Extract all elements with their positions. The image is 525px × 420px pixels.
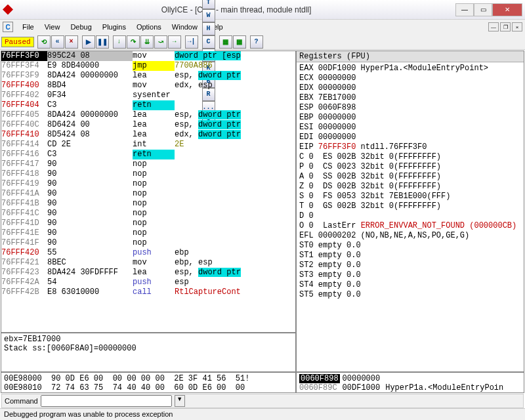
mdi-close[interactable]: × (512, 22, 522, 32)
close-button[interactable]: ✕ (492, 3, 522, 16)
disasm-row[interactable]: 76FFF3F0895C24 08movdword ptr [esp (1, 51, 295, 61)
register-line: EIP 76FFF3F0 ntdll.76FFF3F0 (299, 142, 521, 152)
mdi-cpu-icon[interactable]: C (3, 22, 13, 32)
disasm-row[interactable]: 76FFF4020F34sysenter (1, 91, 295, 100)
disasm-row[interactable]: 76FFF414CD 2Eint2E (1, 140, 295, 150)
disasm-row[interactable]: 76FFF41E90nop (1, 228, 295, 238)
mdi-restore[interactable]: ❐ (500, 22, 511, 32)
stack-pane[interactable]: 0060F8980060F89C0060F8A00060F8A400000000… (297, 373, 524, 392)
register-line: EDI 00000000 (299, 133, 521, 142)
registers-pane[interactable]: Registers (FPU) EAX 00DF1000 HyperP1a.<M… (297, 51, 524, 373)
toolbar-t-button[interactable]: T (202, 0, 215, 9)
step-into-button[interactable]: ↓ (113, 35, 126, 49)
disasm-row[interactable]: 76FFF3F98DA424 00000000leaesp, dword ptr (1, 71, 295, 81)
registers-header: Registers (FPU) (297, 51, 524, 62)
rewind-button[interactable]: « (51, 35, 64, 49)
register-line: ST4 empty 0.0 (299, 280, 521, 290)
menu-plugins[interactable]: Plugins (97, 22, 131, 32)
command-dropdown[interactable]: ▼ (175, 395, 185, 407)
dump-row[interactable]: 00E98000 90 0D E6 00 00 00 00 00 2E 3F 4… (4, 374, 295, 383)
register-line: EBP 00000000 (299, 113, 521, 123)
disasm-row[interactable]: 76FFF40C8D6424 00leaesp, dword ptr (1, 120, 295, 130)
execute-till-button[interactable]: → (168, 35, 181, 49)
minimize-button[interactable]: — (455, 3, 474, 16)
menu-view[interactable]: View (39, 22, 66, 32)
step-over-button[interactable]: ↷ (127, 35, 140, 49)
toolbar-c-button[interactable]: C (202, 35, 215, 49)
info-line-2: Stack ss:[0060F8A0]=00000000 (4, 344, 293, 353)
register-line: EAX 00DF1000 HyperP1a.<ModuleEntryPoint> (299, 64, 521, 74)
disasm-row[interactable]: 76FFF41F90nop (1, 238, 295, 248)
stack-comment (385, 374, 503, 383)
register-line: P 0 CS 0023 32bit 0(FFFFFFFF) (299, 162, 521, 172)
register-line: ESI 00000000 (299, 123, 521, 133)
disasm-row[interactable]: 76FFF4058DA424 00000000leaesp, dword ptr (1, 110, 295, 120)
disasm-row[interactable]: 76FFF4218BECmovebp, esp (1, 258, 295, 268)
maximize-button[interactable]: ▭ (474, 3, 492, 16)
register-line: A 0 SS 002B 32bit 0(FFFFFFFF) (299, 172, 521, 182)
mdi-minimize[interactable]: — (488, 22, 499, 32)
disasm-row[interactable]: 76FFF41C90nop (1, 209, 295, 219)
toolbar-h-button[interactable]: H (202, 22, 215, 35)
pause-button[interactable]: ❚❚ (96, 35, 109, 49)
disasm-row[interactable]: 76FFF4238DA424 30FDFFFFleaesp, dword ptr (1, 268, 295, 278)
mdi-buttons: — ❐ × (488, 22, 522, 32)
restart-button[interactable]: ⟲ (37, 35, 51, 49)
register-line: ST0 empty 0.0 (299, 241, 521, 251)
disasm-row[interactable]: 76FFF41B90nop (1, 199, 295, 209)
toolbar-w-button[interactable]: W (202, 9, 215, 22)
command-bar: Command ▼ (1, 394, 524, 408)
stack-addr[interactable]: 0060F89C (299, 383, 340, 392)
menu-debug[interactable]: Debug (65, 22, 96, 32)
register-line: EDX 00000000 (299, 83, 521, 93)
command-label: Command (5, 397, 38, 405)
register-line: EFL 00000202 (NO,NB,NE,A,NS,PO,GE,G) (299, 231, 521, 241)
cpu-workspace: 76FFF3F0895C24 08movdword ptr [esp76FFF3… (1, 51, 524, 393)
command-input[interactable] (41, 395, 172, 407)
register-line: ESP 0060F898 (299, 103, 521, 113)
disasm-row[interactable]: 76FFF41D90nop (1, 219, 295, 228)
options-2-button[interactable]: ▦ (233, 35, 246, 49)
disasm-row[interactable]: 76FFF404C3retn (1, 100, 295, 110)
trace-into-button[interactable]: ⇊ (140, 35, 154, 49)
register-line: T 0 GS 002B 32bit 0(FFFFFFFF) (299, 201, 521, 211)
disasm-row[interactable]: 76FFF4008BD4movedx, esp (1, 81, 295, 91)
help-button[interactable]: ? (250, 35, 263, 49)
disasm-row[interactable]: 76FFF41790nop (1, 159, 295, 169)
disasm-row[interactable]: 76FFF3F4E9 8DB40000jmp7700A886 (1, 61, 295, 71)
disasm-row[interactable]: 76FFF42BE8 63010000callRtlCaptureCont (1, 287, 295, 297)
status-paused: Paused (1, 37, 34, 47)
disasm-row[interactable]: 76FFF41990nop (1, 179, 295, 189)
disasm-row[interactable]: 76FFF41A90nop (1, 189, 295, 199)
menu-window[interactable]: Window (167, 22, 203, 32)
disasm-row[interactable]: 76FFF41890nop (1, 169, 295, 179)
register-line: ST5 empty 0.0 (299, 290, 521, 300)
stack-addr[interactable]: 0060F898 (299, 374, 340, 383)
trace-over-button[interactable]: ⤻ (154, 35, 167, 49)
goto-button[interactable]: →| (185, 35, 198, 49)
status-bar: Debugged program was unable to process e… (0, 408, 525, 420)
register-line: ECX 00000000 (299, 74, 521, 83)
disasm-row[interactable]: 76FFF42A54pushesp (1, 278, 295, 287)
menu-file[interactable]: File (17, 22, 39, 32)
stop-button[interactable]: × (65, 35, 78, 49)
run-button[interactable]: ▶ (82, 35, 95, 49)
stack-comment: HyperP1a.<ModuleEntryPoin (385, 383, 503, 392)
register-line: EBX 7EB17000 (299, 93, 521, 103)
register-line: ST3 empty 0.0 (299, 270, 521, 280)
disasm-row[interactable]: 76FFF4108D5424 08leaedx, dword ptr (1, 130, 295, 140)
disasm-row[interactable]: 76FFF42055pushebp (1, 248, 295, 258)
window-buttons: — ▭ ✕ (455, 3, 522, 16)
menu-options[interactable]: Options (131, 22, 167, 32)
register-line: ST2 empty 0.0 (299, 261, 521, 270)
stack-value: 00000000 (343, 374, 381, 383)
dump-row[interactable]: 00E98010 72 74 63 75 74 40 40 00 60 0D E… (4, 383, 295, 392)
disasm-row[interactable]: 76FFF416C3retn (1, 150, 295, 159)
hex-dump-pane[interactable]: 00E98000 90 0D E6 00 00 00 00 00 2E 3F 4… (1, 373, 297, 392)
info-line-1: ebx=7EB17000 (4, 335, 293, 344)
options-1-button[interactable]: ▦ (219, 35, 232, 49)
menu-bar: C FileViewDebugPluginsOptionsWindowHelp … (0, 20, 525, 34)
app-icon (3, 5, 13, 15)
disassembly-pane[interactable]: 76FFF3F0895C24 08movdword ptr [esp76FFF3… (1, 51, 297, 333)
register-line: C 0 ES 002B 32bit 0(FFFFFFFF) (299, 152, 521, 162)
